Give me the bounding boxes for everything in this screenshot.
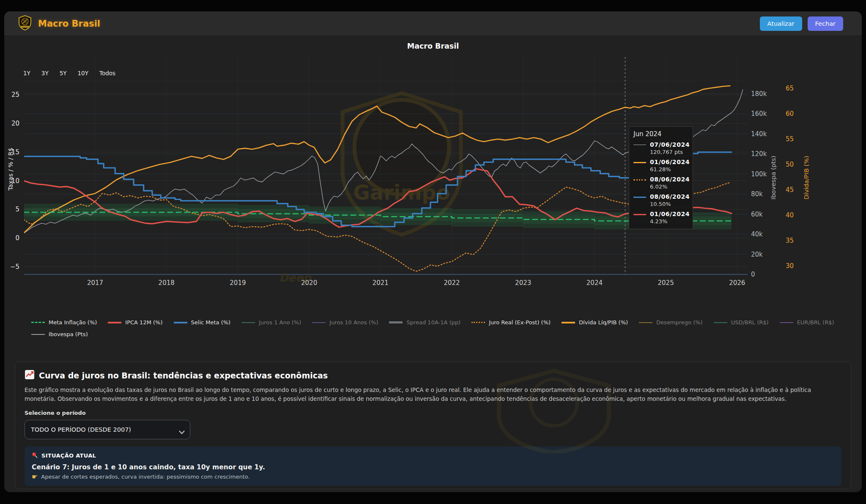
macro-chart[interactable]: GarimpoDeep2520151050−5180k160k140k120k1…	[0, 42, 866, 304]
legend-swatch	[108, 322, 121, 323]
update-button[interactable]: Atualizar	[760, 16, 802, 31]
svg-text:45: 45	[786, 186, 794, 194]
legend-item-juros-1-ano[interactable]: Juros 1 Ano (%)	[241, 319, 301, 326]
situation-box: SITUAÇÃO ATUAL Cenário 7: Juros de 1 e 1…	[25, 446, 841, 486]
watermark: GarimpoDeep	[279, 93, 461, 284]
close-button[interactable]: Fechar	[808, 16, 843, 31]
legend-label: Dívida Líq/PIB (%)	[579, 319, 628, 326]
tooltip-row: 01/06/202461.28%	[633, 159, 688, 173]
garimpo-logo-icon	[17, 15, 33, 33]
situation-header: SITUAÇÃO ATUAL	[41, 452, 96, 459]
svg-text:2025: 2025	[658, 279, 674, 287]
svg-text:2023: 2023	[515, 279, 531, 287]
legend-label: Juro Real (Ex-Post) (%)	[489, 319, 551, 326]
app-header: Macro Brasil Atualizar Fechar	[4, 11, 862, 36]
svg-text:140k: 140k	[751, 130, 767, 138]
legend-swatch	[241, 322, 255, 323]
tooltip-title: Jun 2024	[633, 130, 688, 138]
svg-text:20k: 20k	[751, 251, 763, 258]
legend-swatch	[31, 322, 45, 323]
header-buttons: Atualizar Fechar	[760, 16, 843, 31]
legend-swatch	[312, 322, 326, 323]
svg-text:0: 0	[751, 271, 755, 278]
svg-text:2024: 2024	[586, 279, 603, 287]
svg-text:80k: 80k	[751, 190, 763, 198]
legend-swatch	[780, 322, 793, 323]
svg-text:Garimpo: Garimpo	[353, 181, 450, 204]
legend-label: EUR/BRL (R$)	[797, 319, 834, 326]
legend-swatch	[562, 322, 575, 323]
legend-item-meta-inflacao[interactable]: Meta Inflação (%)	[31, 319, 97, 326]
svg-text:160k: 160k	[751, 110, 767, 118]
svg-text:50: 50	[786, 161, 794, 168]
svg-text:2020: 2020	[301, 279, 317, 287]
svg-text:40: 40	[786, 211, 794, 219]
legend-item-eur-brl-r[interactable]: EUR/BRL (R$)	[780, 319, 834, 326]
svg-text:2026: 2026	[729, 279, 745, 287]
legend-label: Ibovespa (Pts)	[49, 331, 88, 337]
svg-text:2017: 2017	[87, 279, 103, 287]
legend-item-divida-liq-pib[interactable]: Dívida Líq/PIB (%)	[562, 319, 628, 326]
brand-title: Macro Brasil	[38, 19, 100, 29]
legend-item-desemprego[interactable]: Desemprego (%)	[639, 319, 703, 326]
section-title: Curva de juros no Brasil: tendências e e…	[39, 371, 328, 380]
svg-text:30: 30	[786, 262, 794, 270]
point-right-emoji-icon: ☛	[32, 474, 38, 480]
tooltip-swatch	[633, 197, 646, 207]
svg-text:−5: −5	[10, 263, 19, 271]
svg-text:5: 5	[15, 205, 19, 213]
legend-swatch	[471, 322, 485, 323]
legend-item-usd-brl-r[interactable]: USD/BRL (R$)	[714, 319, 769, 326]
legend-item-selic-meta[interactable]: Selic Meta (%)	[174, 319, 231, 326]
legend-label: Juros 10 Anos (%)	[329, 319, 378, 326]
tooltip-swatch	[633, 179, 646, 190]
svg-text:100k: 100k	[751, 170, 767, 178]
situation-note-row: ☛ Apesar de cortes esperados, curva inve…	[32, 474, 834, 480]
app-card: Macro Brasil Atualizar Fechar Macro Bras…	[4, 11, 862, 492]
legend-label: Meta Inflação (%)	[49, 319, 97, 326]
svg-text:55: 55	[786, 135, 794, 143]
situation-header-row: SITUAÇÃO ATUAL	[32, 452, 834, 460]
legend-item-juro-real-ex-post[interactable]: Juro Real (Ex-Post) (%)	[471, 319, 551, 326]
svg-text:40k: 40k	[751, 230, 763, 238]
legend-item-ipca-12m[interactable]: IPCA 12M (%)	[108, 319, 162, 326]
period-select-wrap: TODO O PERÍODO (DESDE 2007)	[25, 420, 190, 439]
chart-increasing-emoji-icon	[25, 370, 35, 381]
section-description: Este gráfico mostra a evolução das taxas…	[25, 386, 841, 403]
legend-item-juros-10-anos[interactable]: Juros 10 Anos (%)	[312, 319, 378, 326]
period-select[interactable]: TODO O PERÍODO (DESDE 2007)	[25, 420, 190, 439]
svg-text:65: 65	[786, 85, 794, 92]
situation-note: Apesar de cortes esperados, curva invert…	[41, 474, 249, 480]
legend-label: Juros 1 Ano (%)	[259, 319, 301, 326]
svg-text:2021: 2021	[373, 279, 389, 287]
svg-text:180k: 180k	[751, 90, 767, 98]
svg-text:0: 0	[15, 234, 19, 242]
pushpin-emoji-icon	[32, 452, 38, 460]
legend-item-ibovespa-pts[interactable]: Ibovespa (Pts)	[31, 331, 88, 337]
chart-legend: Meta Inflação (%)IPCA 12M (%)Selic Meta …	[31, 319, 843, 343]
brand: Macro Brasil	[17, 11, 100, 36]
svg-text:60k: 60k	[751, 211, 763, 218]
svg-text:60: 60	[786, 110, 794, 118]
svg-text:2019: 2019	[230, 279, 246, 287]
legend-label: Spread 10A-1A (pp)	[406, 319, 460, 326]
tooltip-row: 07/06/2024120,767 pts	[633, 141, 688, 155]
svg-text:20: 20	[11, 120, 19, 127]
svg-text:Taxas / % / R$: Taxas / % / R$	[7, 148, 14, 191]
svg-text:25: 25	[11, 91, 19, 99]
svg-text:2018: 2018	[159, 279, 175, 287]
situation-scenario: Cenário 7: Juros de 1 e 10 anos caindo, …	[32, 463, 834, 471]
legend-swatch	[714, 322, 727, 323]
svg-text:Ibovespa (pts): Ibovespa (pts)	[770, 156, 777, 200]
legend-label: USD/BRL (R$)	[731, 319, 769, 326]
legend-label: Selic Meta (%)	[191, 319, 231, 326]
legend-item-spread-10a-1a-pp[interactable]: Spread 10A-1A (pp)	[389, 319, 460, 326]
tooltip-swatch	[633, 145, 646, 155]
legend-label: IPCA 12M (%)	[125, 319, 162, 326]
chart-tooltip: Jun 202407/06/2024120,767 pts01/06/20246…	[629, 126, 693, 229]
svg-text:2022: 2022	[444, 279, 460, 287]
tooltip-row: 01/06/20244.23%	[633, 211, 688, 225]
svg-text:Dívida/PIB (%): Dívida/PIB (%)	[803, 156, 810, 199]
section-title-row: Curva de juros no Brasil: tendências e e…	[25, 370, 841, 381]
legend-swatch	[174, 322, 187, 323]
